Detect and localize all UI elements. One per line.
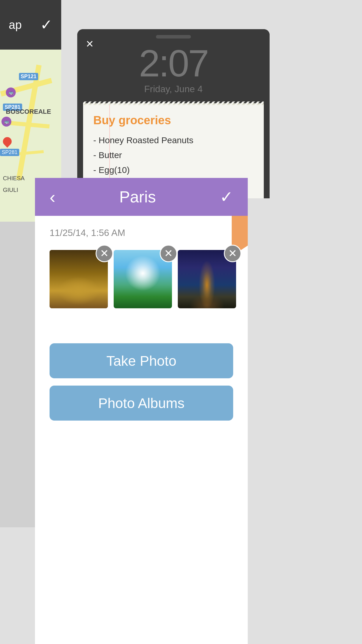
panel-title: Paris <box>119 188 156 206</box>
photo-remove-button-2[interactable]: ✕ <box>160 245 177 262</box>
lock-screen: 2:07 Friday, June 4 Buy groceries - Hone… <box>77 29 270 198</box>
photo-albums-button[interactable]: Photo Albums <box>50 386 233 421</box>
map-place-giuli: GIULI <box>3 187 18 193</box>
map-pin-icon <box>1 135 13 148</box>
panel-back-button[interactable]: ‹ <box>50 187 55 207</box>
panel-confirm-button[interactable]: ✓ <box>220 188 233 206</box>
timestamp: 11/25/14, 1:56 AM <box>35 216 248 241</box>
map-bus-icon-2: 🚌 <box>1 117 11 127</box>
panel-header: ‹ Paris ✓ <box>35 178 248 216</box>
map-header: ap ✓ <box>0 0 61 50</box>
main-panel: ‹ Paris ✓ 11/25/14, 1:56 AM ✕ ✕ ✕ Take P… <box>35 178 248 644</box>
photo-remove-button-1[interactable]: ✕ <box>96 245 113 262</box>
lock-screen-top: 2:07 Friday, June 4 <box>77 29 270 103</box>
lock-time: 2:07 <box>89 44 258 82</box>
lock-notch <box>156 35 191 38</box>
map-label-sp121: SP121 <box>19 73 38 80</box>
map-label-sp281-2: SP281 <box>0 149 19 156</box>
map-place-chiesa: CHIESA <box>3 175 24 182</box>
photo-grid: ✕ ✕ ✕ <box>35 241 248 317</box>
map-title: ap <box>9 18 22 32</box>
lock-note-title: Buy groceries <box>93 114 254 127</box>
lock-close-button[interactable]: × <box>86 36 94 51</box>
photo-item-2: ✕ <box>114 250 172 308</box>
map-place-boscoreale: BOSCOREALE <box>6 108 51 116</box>
photo-remove-button-3[interactable]: ✕ <box>224 245 241 262</box>
map-check-icon[interactable]: ✓ <box>40 16 52 33</box>
photo-item-3: ✕ <box>178 250 236 308</box>
take-photo-button[interactable]: Take Photo <box>50 343 233 378</box>
action-buttons: Take Photo Photo Albums <box>35 335 248 429</box>
lock-date: Friday, June 4 <box>89 84 258 94</box>
photo-item-1: ✕ <box>50 250 108 308</box>
map-bus-icon: 🚌 <box>6 88 16 97</box>
